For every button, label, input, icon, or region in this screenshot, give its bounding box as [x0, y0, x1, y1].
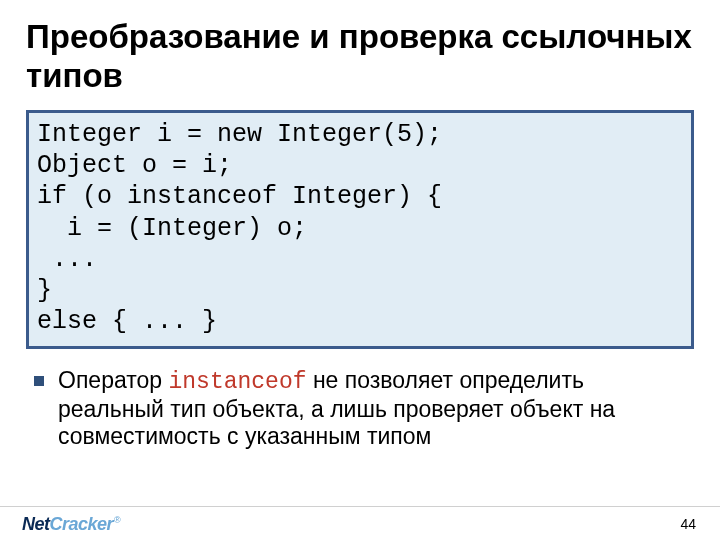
- code-example: Integer i = new Integer(5); Object o = i…: [26, 110, 694, 349]
- logo-registered-icon: ®: [114, 516, 121, 525]
- logo-text-cracker: Cracker: [50, 515, 114, 533]
- bullet-text-pre: Оператор: [58, 367, 168, 393]
- slide: Преобразование и проверка ссылочных типо…: [0, 0, 720, 540]
- bullet-text: Оператор instanceof не позволяет определ…: [58, 367, 694, 450]
- keyword-instanceof: instanceof: [168, 369, 306, 395]
- bullet-marker-icon: [34, 376, 44, 386]
- bullet-list: Оператор instanceof не позволяет определ…: [26, 367, 694, 450]
- bullet-item: Оператор instanceof не позволяет определ…: [34, 367, 694, 450]
- logo: NetCracker®: [22, 515, 121, 533]
- slide-title: Преобразование и проверка ссылочных типо…: [26, 18, 694, 96]
- logo-text-net: Net: [22, 515, 50, 533]
- page-number: 44: [680, 516, 696, 532]
- footer: NetCracker® 44: [0, 506, 720, 540]
